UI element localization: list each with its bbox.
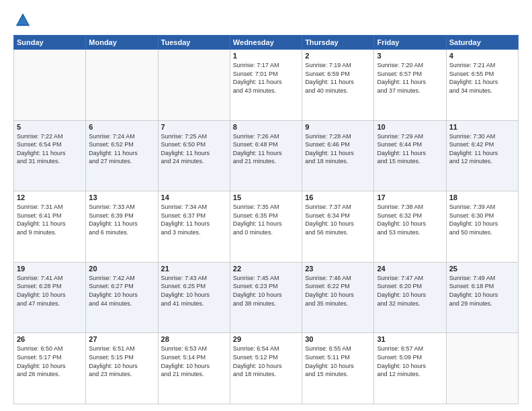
- day-info: Sunrise: 7:45 AM Sunset: 6:23 PM Dayligh…: [233, 274, 299, 308]
- calendar-day-1: 1Sunrise: 7:17 AM Sunset: 7:01 PM Daylig…: [230, 50, 302, 121]
- calendar-day-8: 8Sunrise: 7:26 AM Sunset: 6:48 PM Daylig…: [230, 120, 302, 191]
- day-info: Sunrise: 7:37 AM Sunset: 6:34 PM Dayligh…: [305, 203, 371, 236]
- day-number: 16: [305, 193, 371, 201]
- day-info: Sunrise: 7:22 AM Sunset: 6:54 PM Dayligh…: [17, 132, 83, 166]
- calendar-header-row: SundayMondayTuesdayWednesdayThursdayFrid…: [14, 36, 519, 50]
- logo: [13, 11, 34, 30]
- day-number: 13: [89, 193, 154, 201]
- day-info: Sunrise: 7:29 AM Sunset: 6:44 PM Dayligh…: [377, 132, 443, 166]
- day-number: 29: [233, 335, 299, 343]
- day-info: Sunrise: 6:51 AM Sunset: 5:15 PM Dayligh…: [89, 345, 154, 378]
- calendar-day-empty: [158, 50, 230, 121]
- day-info: Sunrise: 6:54 AM Sunset: 5:12 PM Dayligh…: [233, 345, 299, 378]
- calendar-day-28: 28Sunrise: 6:53 AM Sunset: 5:14 PM Dayli…: [158, 333, 230, 404]
- calendar-week-row: 26Sunrise: 6:50 AM Sunset: 5:17 PM Dayli…: [14, 333, 519, 404]
- day-number: 5: [17, 123, 83, 131]
- day-number: 15: [233, 193, 299, 201]
- calendar-day-21: 21Sunrise: 7:43 AM Sunset: 6:25 PM Dayli…: [158, 262, 230, 333]
- calendar-day-18: 18Sunrise: 7:39 AM Sunset: 6:30 PM Dayli…: [446, 191, 518, 263]
- day-number: 17: [377, 193, 443, 201]
- calendar-week-row: 19Sunrise: 7:41 AM Sunset: 6:28 PM Dayli…: [14, 262, 519, 333]
- day-number: 24: [377, 265, 443, 273]
- calendar-day-2: 2Sunrise: 7:19 AM Sunset: 6:59 PM Daylig…: [302, 50, 374, 121]
- day-info: Sunrise: 7:20 AM Sunset: 6:57 PM Dayligh…: [377, 61, 443, 95]
- day-info: Sunrise: 7:26 AM Sunset: 6:48 PM Dayligh…: [233, 132, 299, 166]
- day-info: Sunrise: 7:46 AM Sunset: 6:22 PM Dayligh…: [305, 274, 371, 308]
- day-number: 21: [161, 265, 227, 273]
- calendar-day-16: 16Sunrise: 7:37 AM Sunset: 6:34 PM Dayli…: [302, 191, 374, 263]
- day-number: 8: [233, 123, 299, 131]
- day-number: 12: [17, 193, 83, 201]
- day-info: Sunrise: 7:31 AM Sunset: 6:41 PM Dayligh…: [17, 203, 83, 236]
- day-number: 23: [305, 265, 371, 273]
- day-number: 10: [377, 123, 443, 131]
- day-number: 28: [161, 335, 227, 343]
- calendar-header-thursday: Thursday: [302, 36, 374, 50]
- calendar-header-tuesday: Tuesday: [158, 36, 230, 50]
- day-number: 19: [17, 265, 83, 273]
- calendar-day-17: 17Sunrise: 7:38 AM Sunset: 6:32 PM Dayli…: [374, 191, 446, 263]
- day-number: 30: [305, 335, 371, 343]
- calendar-day-10: 10Sunrise: 7:29 AM Sunset: 6:44 PM Dayli…: [374, 120, 446, 191]
- day-number: 18: [449, 193, 515, 201]
- day-info: Sunrise: 7:28 AM Sunset: 6:46 PM Dayligh…: [305, 132, 371, 166]
- day-number: 7: [161, 123, 227, 131]
- calendar-day-19: 19Sunrise: 7:41 AM Sunset: 6:28 PM Dayli…: [14, 262, 86, 333]
- calendar-header-sunday: Sunday: [14, 36, 86, 50]
- calendar-header-friday: Friday: [374, 36, 446, 50]
- calendar-day-empty: [86, 50, 158, 121]
- svg-marker-1: [17, 15, 29, 24]
- calendar-header-wednesday: Wednesday: [230, 36, 302, 50]
- calendar-day-9: 9Sunrise: 7:28 AM Sunset: 6:46 PM Daylig…: [302, 120, 374, 191]
- calendar-day-15: 15Sunrise: 7:35 AM Sunset: 6:35 PM Dayli…: [230, 191, 302, 263]
- calendar-header-saturday: Saturday: [446, 36, 518, 50]
- calendar-table: SundayMondayTuesdayWednesdayThursdayFrid…: [13, 35, 519, 404]
- calendar-day-6: 6Sunrise: 7:24 AM Sunset: 6:52 PM Daylig…: [86, 120, 158, 191]
- calendar-day-31: 31Sunrise: 6:57 AM Sunset: 5:09 PM Dayli…: [374, 333, 446, 404]
- calendar-day-11: 11Sunrise: 7:30 AM Sunset: 6:42 PM Dayli…: [446, 120, 518, 191]
- calendar-day-24: 24Sunrise: 7:47 AM Sunset: 6:20 PM Dayli…: [374, 262, 446, 333]
- calendar-day-3: 3Sunrise: 7:20 AM Sunset: 6:57 PM Daylig…: [374, 50, 446, 121]
- calendar-day-7: 7Sunrise: 7:25 AM Sunset: 6:50 PM Daylig…: [158, 120, 230, 191]
- day-info: Sunrise: 7:30 AM Sunset: 6:42 PM Dayligh…: [449, 132, 515, 166]
- day-info: Sunrise: 6:55 AM Sunset: 5:11 PM Dayligh…: [305, 345, 371, 378]
- calendar-day-25: 25Sunrise: 7:49 AM Sunset: 6:18 PM Dayli…: [446, 262, 518, 333]
- day-info: Sunrise: 7:25 AM Sunset: 6:50 PM Dayligh…: [161, 132, 227, 166]
- day-number: 1: [233, 52, 299, 60]
- calendar-header-monday: Monday: [86, 36, 158, 50]
- day-info: Sunrise: 7:38 AM Sunset: 6:32 PM Dayligh…: [377, 203, 443, 236]
- header: [13, 11, 519, 30]
- calendar-day-29: 29Sunrise: 6:54 AM Sunset: 5:12 PM Dayli…: [230, 333, 302, 404]
- day-info: Sunrise: 7:19 AM Sunset: 6:59 PM Dayligh…: [305, 61, 371, 95]
- day-info: Sunrise: 7:49 AM Sunset: 6:18 PM Dayligh…: [449, 274, 515, 308]
- day-number: 25: [449, 265, 515, 273]
- calendar-day-14: 14Sunrise: 7:34 AM Sunset: 6:37 PM Dayli…: [158, 191, 230, 263]
- day-info: Sunrise: 6:53 AM Sunset: 5:14 PM Dayligh…: [161, 345, 227, 378]
- day-number: 11: [449, 123, 515, 131]
- calendar-week-row: 12Sunrise: 7:31 AM Sunset: 6:41 PM Dayli…: [14, 191, 519, 263]
- day-info: Sunrise: 7:41 AM Sunset: 6:28 PM Dayligh…: [17, 274, 83, 308]
- calendar-day-26: 26Sunrise: 6:50 AM Sunset: 5:17 PM Dayli…: [14, 333, 86, 404]
- day-number: 2: [305, 52, 371, 60]
- logo-icon: [13, 11, 32, 30]
- day-number: 31: [377, 335, 443, 343]
- day-number: 14: [161, 193, 227, 201]
- day-number: 6: [89, 123, 154, 131]
- day-info: Sunrise: 6:50 AM Sunset: 5:17 PM Dayligh…: [17, 345, 83, 378]
- calendar-week-row: 5Sunrise: 7:22 AM Sunset: 6:54 PM Daylig…: [14, 120, 519, 191]
- calendar-day-23: 23Sunrise: 7:46 AM Sunset: 6:22 PM Dayli…: [302, 262, 374, 333]
- day-number: 9: [305, 123, 371, 131]
- day-number: 27: [89, 335, 154, 343]
- day-number: 22: [233, 265, 299, 273]
- day-number: 20: [89, 265, 154, 273]
- day-info: Sunrise: 7:33 AM Sunset: 6:39 PM Dayligh…: [89, 203, 154, 236]
- calendar-day-empty: [14, 50, 86, 121]
- calendar-week-row: 1Sunrise: 7:17 AM Sunset: 7:01 PM Daylig…: [14, 50, 519, 121]
- calendar-day-empty: [446, 333, 518, 404]
- day-info: Sunrise: 7:35 AM Sunset: 6:35 PM Dayligh…: [233, 203, 299, 236]
- day-info: Sunrise: 7:43 AM Sunset: 6:25 PM Dayligh…: [161, 274, 227, 308]
- calendar-day-22: 22Sunrise: 7:45 AM Sunset: 6:23 PM Dayli…: [230, 262, 302, 333]
- day-number: 26: [17, 335, 83, 343]
- calendar-day-13: 13Sunrise: 7:33 AM Sunset: 6:39 PM Dayli…: [86, 191, 158, 263]
- day-info: Sunrise: 6:57 AM Sunset: 5:09 PM Dayligh…: [377, 345, 443, 378]
